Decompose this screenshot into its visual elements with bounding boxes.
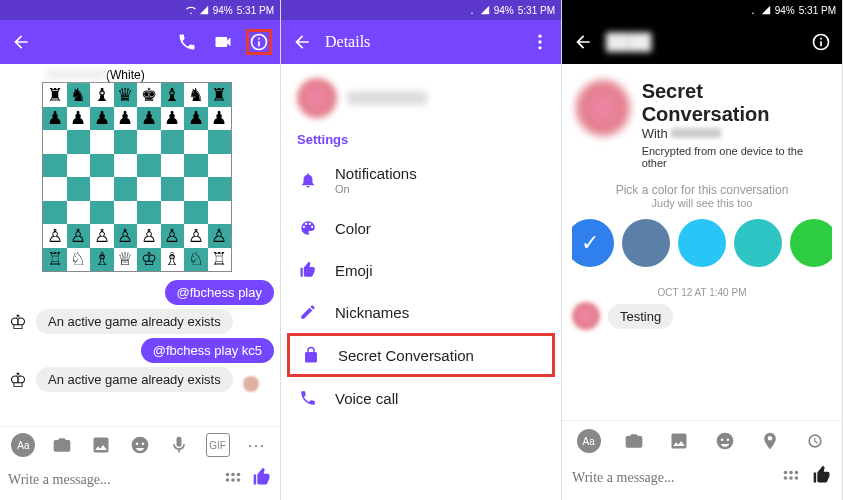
status-battery: 94% (213, 5, 233, 16)
lock-icon (302, 346, 320, 364)
setting-sub: On (335, 183, 417, 195)
setting-emoji[interactable]: Emoji (281, 249, 561, 291)
thumb-icon (252, 467, 272, 487)
secret-appbar: ████ (562, 20, 842, 64)
voice-clip-button[interactable] (167, 433, 191, 457)
setting-label: Voice call (335, 390, 398, 407)
king-icon: ♔ (6, 368, 30, 392)
chess-square: ♜ (208, 83, 232, 107)
chess-square: ♕ (114, 248, 138, 272)
overflow-button[interactable] (527, 29, 553, 55)
camera-icon (52, 435, 72, 455)
setting-voice-call[interactable]: Voice call (281, 377, 561, 419)
status-bar: 94% 5:31 PM (281, 0, 561, 20)
svg-point-6 (538, 35, 541, 38)
info-button[interactable] (246, 29, 272, 55)
king-icon: ♔ (6, 310, 30, 334)
voice-call-button[interactable] (174, 29, 200, 55)
chess-square (184, 154, 208, 178)
emoji-button[interactable] (128, 433, 152, 457)
chess-square (43, 154, 67, 178)
gif-button[interactable]: GIF (206, 433, 230, 457)
palette-icon (299, 219, 317, 237)
apps-button[interactable] (780, 467, 802, 489)
apps-button[interactable] (222, 469, 244, 491)
chess-square: ♚ (137, 83, 161, 107)
image-icon (669, 431, 689, 451)
message-input[interactable] (572, 470, 770, 486)
secret-hero: Secret Conversation With Encrypted from … (562, 64, 842, 179)
signal-icon (199, 5, 209, 15)
message-bubble[interactable]: Testing (608, 304, 673, 329)
back-button[interactable] (289, 29, 315, 55)
smile-icon (715, 431, 735, 451)
setting-notifications[interactable]: Notifications On (281, 153, 561, 207)
dots-vertical-icon (530, 32, 550, 52)
timer-button[interactable] (803, 429, 827, 453)
details-title: Details (325, 33, 517, 51)
chess-square: ♟ (43, 107, 67, 131)
color-swatch[interactable] (790, 219, 832, 267)
arrow-left-icon (573, 32, 593, 52)
text-mode-button[interactable]: Aa (11, 433, 35, 457)
chess-square: ♟ (161, 107, 185, 131)
setting-nicknames[interactable]: Nicknames (281, 291, 561, 333)
message-bubble[interactable]: @fbchess play kc5 (141, 338, 274, 363)
chess-square (208, 201, 232, 225)
chess-square: ♟ (208, 107, 232, 131)
color-swatch[interactable] (678, 219, 726, 267)
compose-toolbar: Aa GIF ⋯ (0, 426, 280, 463)
more-button[interactable]: ⋯ (244, 433, 268, 457)
phone-icon (177, 32, 197, 52)
chess-square (114, 177, 138, 201)
setting-secret-conversation[interactable]: Secret Conversation (287, 333, 555, 377)
video-call-button[interactable] (210, 29, 236, 55)
setting-color[interactable]: Color (281, 207, 561, 249)
like-button[interactable] (812, 465, 832, 490)
chess-square: ♜ (43, 83, 67, 107)
message-in-2: ♔ An active game already exists (6, 367, 274, 392)
camera-button[interactable] (50, 433, 74, 457)
color-swatch[interactable] (622, 219, 670, 267)
apps-icon (780, 467, 802, 489)
emoji-button[interactable] (713, 429, 737, 453)
setting-label: Notifications (335, 165, 417, 182)
chess-square: ♛ (114, 83, 138, 107)
chess-square: ♗ (161, 248, 185, 272)
location-button[interactable] (758, 429, 782, 453)
chess-square (90, 177, 114, 201)
color-swatch[interactable] (572, 219, 614, 267)
chat-appbar (0, 20, 280, 64)
avatar (576, 80, 630, 136)
color-hint: Pick a color for this conversation (572, 183, 832, 197)
chess-square (208, 177, 232, 201)
gallery-button[interactable] (667, 429, 691, 453)
chess-square: ♟ (114, 107, 138, 131)
chess-square: ♙ (90, 224, 114, 248)
chess-square: ♝ (90, 83, 114, 107)
status-time: 5:31 PM (799, 5, 836, 16)
back-button[interactable] (570, 29, 596, 55)
gallery-button[interactable] (89, 433, 113, 457)
setting-label: Nicknames (335, 304, 409, 321)
message-bubble[interactable]: @fbchess play (165, 280, 274, 305)
thumb-icon (299, 261, 317, 279)
camera-button[interactable] (622, 429, 646, 453)
message-bubble[interactable]: An active game already exists (36, 309, 233, 334)
profile-row[interactable] (281, 64, 561, 132)
info-button[interactable] (808, 29, 834, 55)
like-button[interactable] (252, 467, 272, 492)
chess-square: ♖ (43, 248, 67, 272)
color-swatch[interactable] (734, 219, 782, 267)
secret-title: Secret Conversation (642, 80, 828, 126)
chess-square: ♔ (137, 248, 161, 272)
svg-point-5 (237, 478, 241, 482)
arrow-left-icon (292, 32, 312, 52)
chess-square: ♞ (184, 83, 208, 107)
back-button[interactable] (8, 29, 34, 55)
message-bubble[interactable]: An active game already exists (36, 367, 233, 392)
message-input[interactable] (8, 472, 214, 488)
text-mode-button[interactable]: Aa (577, 429, 601, 453)
chess-square (137, 201, 161, 225)
chess-square (90, 201, 114, 225)
